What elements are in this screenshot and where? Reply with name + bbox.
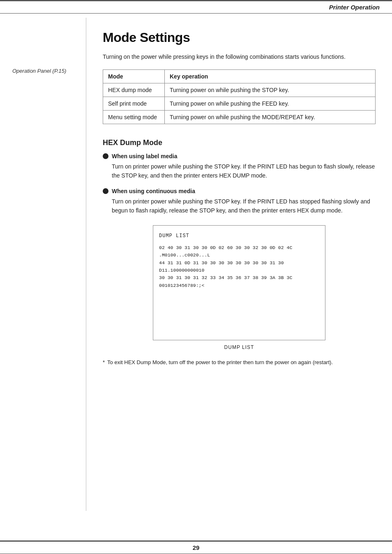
table-cell-key: Turning power on while pushing the MODE/…: [165, 111, 376, 124]
table-row: Menu setting modeTurning power on while …: [103, 111, 376, 124]
header-bar: Printer Operation: [0, 0, 392, 14]
bullet-title-2: When using continuous media: [103, 188, 376, 194]
bullet-title-text-1: When using label media: [112, 153, 177, 159]
main-layout: Operation Panel (P.15) Mode Settings Tur…: [0, 18, 392, 536]
dump-box: DUMP LIST 02 40 30 31 30 30 0D 02 60 30 …: [153, 225, 325, 340]
dump-line: 30 30 31 30 31 32 33 34 35 36 37 38 39 3…: [159, 274, 319, 289]
footer-bar: 29: [0, 540, 392, 554]
bullet-continuous-media: When using continuous media Turn on prin…: [103, 188, 376, 215]
sidebar: Operation Panel (P.15): [0, 18, 86, 511]
table-header-key: Key operation: [165, 70, 376, 83]
bullet-title-1: When using label media: [103, 153, 376, 159]
footer-page-number: 29: [193, 544, 200, 551]
dump-line: 44 31 31 0D 31 30 30 30 30 30 30 30 30 3…: [159, 259, 319, 275]
intro-text: Turning on the power while pressing keys…: [103, 53, 376, 61]
sidebar-label: Operation Panel (P.15): [12, 68, 66, 74]
bullet-body-2: Turn on printer power while pushing the …: [103, 197, 376, 215]
hex-dump-section-heading: HEX Dump Mode: [103, 138, 376, 147]
dump-box-container: DUMP LIST 02 40 30 31 30 30 0D 02 60 30 …: [103, 225, 376, 350]
dump-box-caption: DUMP LIST: [224, 344, 254, 350]
dump-line: 02 40 30 31 30 30 0D 02 60 30 30 32 30 0…: [159, 244, 319, 259]
bullet-body-1: Turn on printer power while pushing the …: [103, 162, 376, 180]
content-area: Mode Settings Turning on the power while…: [86, 18, 392, 511]
bullet-dot-2: [103, 188, 108, 194]
table-row: HEX dump modeTurning power on while push…: [103, 83, 376, 97]
bullet-title-text-2: When using continuous media: [112, 188, 195, 194]
table-cell-mode: HEX dump mode: [103, 83, 165, 97]
table-cell-key: Turning power on while pushing the STOP …: [165, 83, 376, 97]
bullet-label-media: When using label media Turn on printer p…: [103, 153, 376, 180]
note-body: To exit HEX Dump Mode, turn off the powe…: [107, 358, 333, 367]
dump-box-title: DUMP LIST: [159, 232, 319, 240]
bullet-dot-1: [103, 153, 108, 159]
header-title: Printer Operation: [329, 4, 380, 11]
table-cell-mode: Menu setting mode: [103, 111, 165, 124]
note-star: *: [103, 358, 105, 367]
dump-lines: 02 40 30 31 30 30 0D 02 60 30 30 32 30 0…: [159, 244, 319, 289]
table-cell-mode: Self print mode: [103, 97, 165, 111]
note: * To exit HEX Dump Mode, turn off the po…: [103, 358, 376, 367]
table-row: Self print modeTurning power on while pu…: [103, 97, 376, 111]
mode-table: Mode Key operation HEX dump modeTurning …: [103, 69, 376, 124]
table-header-mode: Mode: [103, 70, 165, 83]
table-cell-key: Turning power on while pushing the FEED …: [165, 97, 376, 111]
page-title: Mode Settings: [103, 30, 376, 45]
